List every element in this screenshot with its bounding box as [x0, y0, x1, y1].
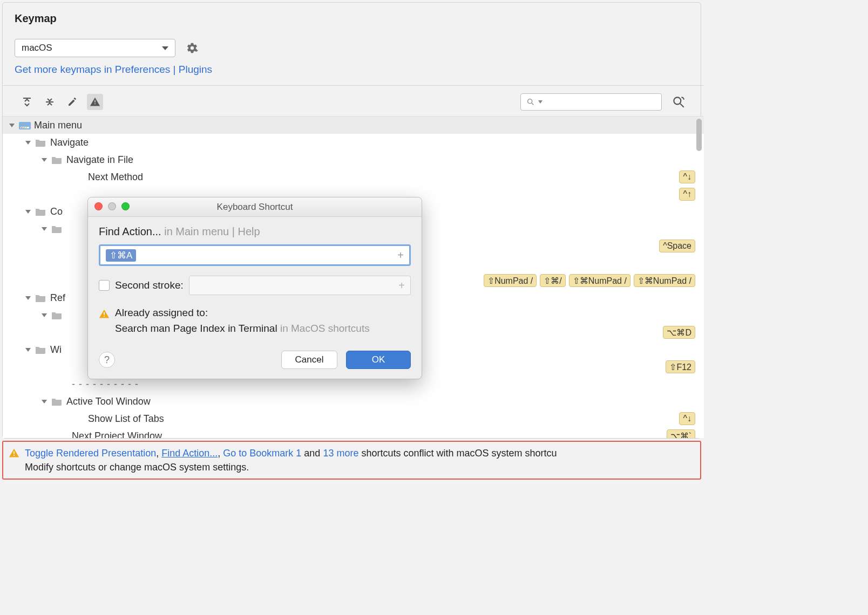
edit-icon[interactable]: [64, 94, 80, 110]
shortcut-chip: ^↓: [679, 412, 695, 425]
folder-icon: [51, 397, 62, 406]
plus-icon[interactable]: +: [397, 249, 404, 262]
keymap-select[interactable]: macOS: [15, 39, 175, 57]
tree-row-next-project[interactable]: Next Project Window ⌥⌘`: [3, 427, 704, 438]
svg-marker-8: [9, 124, 15, 127]
folder-icon: [35, 138, 46, 147]
ok-button[interactable]: OK: [346, 351, 411, 369]
expand-all-icon[interactable]: [19, 94, 35, 110]
second-stroke-label: Second stroke:: [115, 279, 184, 291]
already-assigned-label: Already assigned to:: [115, 307, 208, 319]
tree-label: Wi: [50, 344, 62, 356]
tree-row-active-tool-window[interactable]: Active Tool Window: [3, 393, 704, 410]
tree-label: Show List of Tabs: [88, 413, 164, 425]
folder-icon: [35, 293, 46, 302]
help-button[interactable]: ?: [99, 352, 115, 368]
svg-marker-15: [42, 158, 47, 162]
conflict-link-3[interactable]: Go to Bookmark 1: [223, 448, 301, 459]
folder-icon: [51, 311, 62, 319]
already-assigned-detail: Search man Page Index in Terminal in Mac…: [115, 323, 411, 334]
scrollbar-thumb[interactable]: [696, 119, 702, 151]
close-icon[interactable]: [94, 202, 103, 210]
assigned-target: Search man Page Index in Terminal: [115, 323, 277, 334]
chevron-down-icon: [538, 100, 542, 104]
shortcut-input[interactable]: ⇧⌘A +: [99, 244, 411, 266]
keyboard-shortcut-dialog: Keyboard Shortcut Find Action... in Main…: [87, 197, 422, 379]
tree-row-next-method[interactable]: Next Method ^↓: [3, 168, 704, 186]
shortcut-chip: ⇧NumPad /: [484, 274, 537, 287]
minimize-icon: [108, 202, 116, 210]
shortcut-chip: ⌥⌘D: [663, 326, 695, 339]
plus-icon[interactable]: +: [398, 279, 405, 292]
shortcut-chip: ^↓: [679, 170, 695, 183]
keymap-top-row: macOS: [15, 39, 692, 57]
tree-label: Main menu: [34, 120, 82, 131]
svg-marker-14: [25, 141, 31, 145]
arrow-down-icon: [40, 398, 48, 405]
gear-icon[interactable]: [185, 41, 199, 55]
second-stroke-input[interactable]: +: [189, 276, 411, 295]
tree-row-show-tabs[interactable]: Show List of Tabs ^↓: [3, 410, 704, 427]
arrow-down-icon: [40, 156, 48, 163]
svg-marker-17: [42, 227, 47, 231]
divider: [3, 85, 704, 86]
tree-label: Ref: [50, 292, 65, 304]
shortcut-chip: ⌥⌘`: [667, 429, 695, 438]
svg-marker-16: [25, 210, 31, 214]
dialog-title: Keyboard Shortcut: [217, 202, 293, 213]
conflict-link-2[interactable]: Find Action...: [161, 448, 218, 459]
page-title: Keymap: [15, 12, 692, 25]
svg-point-6: [674, 97, 681, 104]
shortcut-chip: ⇧⌘/: [540, 274, 565, 287]
svg-rect-24: [13, 452, 15, 454]
tree-label: Next Method: [88, 172, 143, 183]
warning-filter-icon[interactable]: [87, 94, 103, 110]
search-input-field[interactable]: [546, 98, 656, 107]
arrow-down-icon: [24, 139, 32, 146]
dialog-action-label: Find Action... in Main menu | Help: [99, 226, 411, 238]
tree-row-main-menu[interactable]: Main menu: [3, 117, 704, 134]
svg-line-4: [532, 103, 533, 105]
dialog-titlebar[interactable]: Keyboard Shortcut: [88, 197, 422, 217]
cancel-button[interactable]: Cancel: [281, 351, 337, 369]
tree-row-navigate[interactable]: Navigate: [3, 134, 704, 151]
svg-marker-21: [42, 400, 47, 404]
shortcut-chip: ^↑: [679, 188, 695, 201]
svg-marker-5: [538, 100, 542, 104]
tree-label: Co: [50, 206, 63, 217]
svg-marker-19: [42, 313, 47, 317]
keymap-select-value: macOS: [22, 43, 52, 53]
svg-rect-12: [23, 127, 25, 128]
warning-icon: [99, 309, 110, 319]
conflict-warning-banner: Toggle Rendered Presentation, Find Actio…: [2, 441, 701, 480]
zoom-icon[interactable]: [121, 202, 130, 210]
arrow-down-icon: [8, 121, 16, 129]
arrow-down-icon: [24, 208, 32, 215]
shortcut-chip: ^Space: [659, 240, 695, 252]
svg-rect-23: [104, 316, 105, 317]
folder-icon: [35, 345, 46, 354]
tree-row-navigate-in-file[interactable]: Navigate in File: [3, 151, 704, 168]
tree-label: Navigate in File: [66, 154, 133, 166]
second-stroke-checkbox[interactable]: [99, 280, 110, 291]
warning-icon: [9, 448, 19, 459]
assigned-context: in MacOS shortcuts: [280, 323, 370, 334]
keymap-panel: Keymap macOS Get more keymaps in Prefere…: [2, 2, 701, 439]
more-keymaps-link[interactable]: Get more keymaps in Preferences | Plugin…: [15, 64, 212, 75]
collapse-all-icon[interactable]: [42, 94, 58, 110]
tree-label: Active Tool Window: [66, 396, 151, 407]
arrow-down-icon: [24, 346, 32, 353]
svg-rect-25: [13, 455, 15, 456]
shortcut-chip: ⇧⌘NumPad /: [569, 274, 630, 287]
action-context: in Main menu | Help: [164, 226, 260, 237]
conflict-warning-text: Toggle Rendered Presentation, Find Actio…: [25, 446, 557, 474]
conflict-link-1[interactable]: Toggle Rendered Presentation: [25, 448, 156, 459]
svg-marker-20: [25, 348, 31, 352]
chevron-down-icon: [162, 46, 168, 50]
conflict-more-link[interactable]: 13 more: [323, 448, 358, 459]
svg-rect-13: [25, 127, 27, 128]
find-shortcut-icon[interactable]: [672, 95, 686, 109]
svg-marker-18: [25, 296, 31, 300]
folder-icon: [51, 155, 62, 164]
search-input[interactable]: [520, 93, 662, 111]
